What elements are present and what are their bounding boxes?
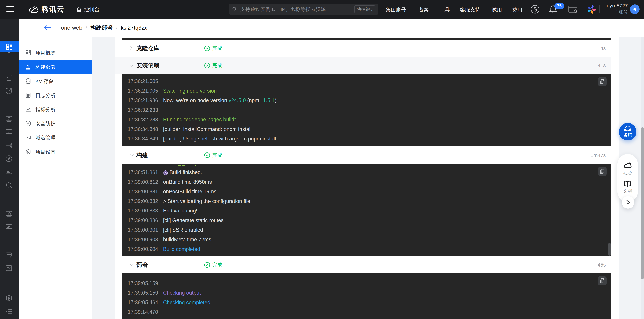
consult-label: 咨询 <box>623 132 632 138</box>
top-bar: 腾讯云 控制台 快捷键 / 集团账号备案工具客服支持试用费用 75 eyre57… <box>0 0 644 18</box>
log-line: 17:39:00.904Build completed <box>122 244 611 254</box>
avatar[interactable]: e <box>630 4 640 14</box>
log-line: 17:39:00.836[cli] Generate static routes <box>122 216 611 225</box>
log-panel-1[interactable]: 17:36:21.00517:36:21.005Switching node v… <box>122 74 611 146</box>
log-line: 17:39:05.464Checking completed <box>122 298 611 307</box>
topnav-item-0[interactable]: 集团账号 <box>386 6 406 13</box>
sidebar-item-6[interactable]: 域名管理 <box>18 131 92 145</box>
page-scrollbar-thumb[interactable] <box>641 127 644 280</box>
product-rail <box>0 18 18 319</box>
notification-count-badge[interactable]: 75 <box>554 3 564 9</box>
chevron-down-icon[interactable] <box>129 263 134 267</box>
image-icon[interactable] <box>5 265 13 273</box>
chart-icon <box>25 106 32 113</box>
sidebar-item-label: 日志分析 <box>35 92 56 99</box>
sidebar-item-4[interactable]: 指标分析 <box>18 102 92 117</box>
rail-item-pages-active[interactable] <box>0 41 18 52</box>
stage-row-3[interactable]: 部署完成45s <box>115 256 611 273</box>
breadcrumb-section[interactable]: 构建部署 <box>90 24 113 32</box>
monitor-gear-icon[interactable] <box>5 210 13 218</box>
log-line: 17:36:34.848[builder] InstallCommand: pn… <box>122 124 611 134</box>
log-scrollbar-thumb[interactable] <box>608 243 611 256</box>
topnav-item-4[interactable]: 试用 <box>492 6 502 13</box>
terminal-list-icon[interactable] <box>5 308 13 316</box>
global-search[interactable]: 快捷键 / <box>229 4 378 15</box>
stage-status: 完成 <box>204 45 222 52</box>
stage-status-label: 完成 <box>212 62 222 69</box>
sidebar: 项目概览构建部署KV 存储日志分析指标分析安全防护域名管理项目设置 <box>18 37 92 319</box>
log-line: 17:39:00.901[cli] SSR enabled <box>122 225 611 235</box>
hexagon-bolt-icon[interactable] <box>5 295 13 303</box>
serverless-icon[interactable] <box>530 5 540 14</box>
breadcrumb-project[interactable]: one-web <box>61 24 82 31</box>
divider <box>623 178 632 178</box>
upload-icon <box>25 64 32 70</box>
log-text: [cli] SSR enabled <box>163 227 203 233</box>
console-settings-icon[interactable] <box>568 5 578 13</box>
topnav-item-3[interactable]: 客服支持 <box>460 6 480 13</box>
log-text: 11.5.1 <box>260 97 275 103</box>
feed-button[interactable]: 动态 <box>623 162 632 176</box>
sidebar-item-1-active[interactable]: 构建部署 <box>18 60 92 74</box>
sidebar-item-0[interactable]: 项目概览 <box>18 46 92 60</box>
helper-pill: 动态 文档 <box>618 154 638 202</box>
shield-badge-icon[interactable] <box>5 87 13 95</box>
docs-button[interactable]: 文档 <box>623 181 632 194</box>
account-type: 主账号 <box>607 9 628 15</box>
log-line: 17:38:51.861 Build finished. <box>122 168 611 177</box>
console-link[interactable]: 控制台 <box>76 6 100 13</box>
sidebar-item-label: 安全防护 <box>35 120 56 127</box>
copy-log-button[interactable] <box>598 77 606 86</box>
monitor-edit-icon[interactable] <box>5 223 13 232</box>
log-line: 17:36:32.233Running "edgeone pages build… <box>122 115 611 124</box>
monitor-chart-icon[interactable] <box>5 74 13 82</box>
log-timestamp: 17:39:14.470 <box>128 309 163 315</box>
breadcrumb: one-web / 构建部署 / ksi27tq3zx <box>61 24 147 32</box>
page-scrollbar[interactable] <box>641 37 644 319</box>
sidebar-item-5[interactable]: 安全防护 <box>18 117 92 131</box>
chevron-down-icon[interactable] <box>129 64 134 67</box>
log-timestamp: 17:39:00.832 <box>128 198 163 204</box>
search-doc-icon[interactable] <box>5 182 13 190</box>
consult-button[interactable]: 咨询 <box>619 123 636 140</box>
server-stack-icon[interactable] <box>5 142 13 150</box>
log-panel-3[interactable]: 17:39:05.15917:39:05.159Checking output1… <box>122 273 611 319</box>
monitor-sync-icon[interactable] <box>5 115 13 123</box>
stage-duration: 45s <box>598 262 606 268</box>
hamburger-menu-icon[interactable] <box>6 6 14 12</box>
collapse-panel-button[interactable] <box>622 196 634 209</box>
ai-assistant-icon[interactable] <box>587 5 596 14</box>
ip-box-icon[interactable] <box>5 168 13 176</box>
back-arrow-icon[interactable] <box>44 25 51 31</box>
topnav-item-5[interactable]: 费用 <box>512 6 522 13</box>
topnav-item-2[interactable]: 工具 <box>440 6 450 13</box>
card-reader-icon[interactable] <box>5 251 13 259</box>
log-line: 17:36:34.849[builder] Using shell: sh wi… <box>122 134 611 144</box>
stage-row-0[interactable]: 克隆仓库完成4s <box>115 40 611 57</box>
log-line: 17:39:00.833End validating! <box>122 206 611 216</box>
sidebar-item-7[interactable]: 项目设置 <box>18 145 92 159</box>
clipped-log-line <box>122 164 611 166</box>
stage-row-1[interactable]: 安装依赖完成41s <box>115 57 611 74</box>
log-timestamp: 17:39:05.159 <box>128 290 163 296</box>
headset-icon <box>624 125 631 132</box>
copy-log-button[interactable] <box>598 277 606 285</box>
stage-row-2[interactable]: 构建完成1m47s <box>115 146 611 164</box>
log-line: 17:39:05.159 <box>122 279 611 288</box>
stage-title: 安装依赖 <box>136 62 159 69</box>
compass-icon[interactable] <box>5 155 13 163</box>
log-text: Checking completed <box>163 300 210 306</box>
account-info[interactable]: eyre5727 主账号 <box>607 2 628 15</box>
sidebar-item-3[interactable]: 日志分析 <box>18 88 92 102</box>
sidebar-item-2[interactable]: KV 存储 <box>18 74 92 88</box>
topnav-item-1[interactable]: 备案 <box>419 6 429 13</box>
monitor-download-icon[interactable] <box>5 128 13 136</box>
divider <box>599 5 600 13</box>
log-panel-2[interactable]: 17:38:51.861 Build finished.17:39:00.812… <box>122 164 611 256</box>
copy-log-button[interactable] <box>598 167 606 176</box>
tencent-cloud-logo[interactable]: 腾讯云 <box>28 4 64 14</box>
log-text: Switching node version <box>163 88 217 94</box>
chevron-right-icon[interactable] <box>129 46 133 51</box>
search-input[interactable] <box>240 6 354 12</box>
chevron-down-icon[interactable] <box>129 153 134 157</box>
